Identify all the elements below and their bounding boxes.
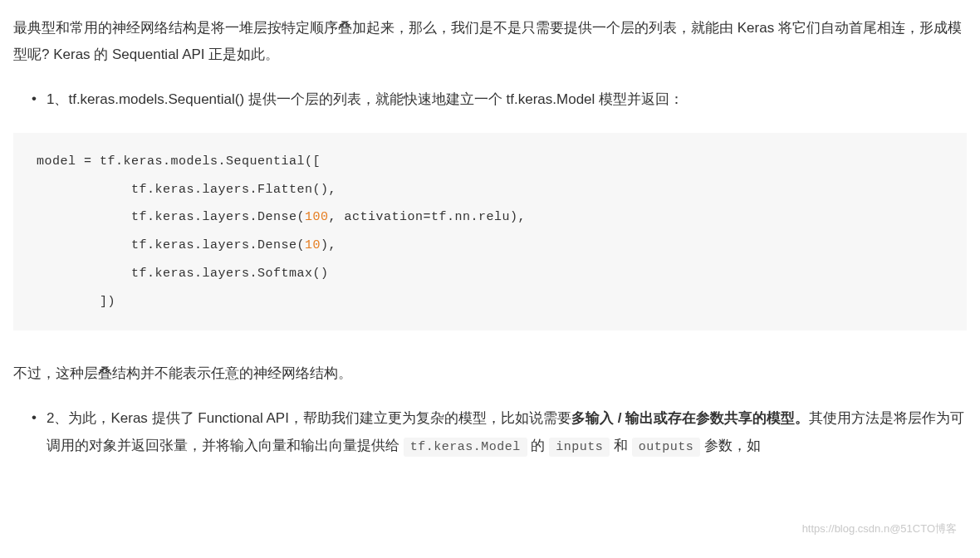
code-line: model = tf.keras.models.Sequential([: [37, 154, 321, 169]
inline-code: inputs: [549, 438, 610, 457]
code-number: 100: [305, 210, 329, 224]
inline-code: outputs: [632, 438, 701, 457]
watermark-text: https://blog.csdn.n@51CTO博客: [802, 519, 957, 540]
list-item-text: 1、tf.keras.models.Sequential() 提供一个层的列表，…: [47, 91, 684, 107]
code-line: tf.keras.layers.Dense(10),: [37, 238, 336, 252]
bullet-list-1: 1、tf.keras.models.Sequential() 提供一个层的列表，…: [13, 86, 967, 113]
inline-code: tf.keras.Model: [404, 438, 527, 457]
bullet-list-2: 2、为此，Keras 提供了 Functional API，帮助我们建立更为复杂…: [13, 404, 967, 460]
code-line: tf.keras.layers.Flatten(),: [37, 183, 336, 197]
code-block: model = tf.keras.models.Sequential([ tf.…: [13, 133, 967, 331]
list-item: 1、tf.keras.models.Sequential() 提供一个层的列表，…: [13, 86, 967, 113]
code-line: tf.keras.layers.Dense(100, activation=tf…: [37, 210, 526, 224]
code-number: 10: [305, 238, 321, 252]
code-line: ]): [37, 295, 115, 309]
code-line: tf.keras.layers.Softmax(): [37, 267, 329, 281]
middle-paragraph: 不过，这种层叠结构并不能表示任意的神经网络结构。: [13, 360, 967, 387]
intro-paragraph: 最典型和常用的神经网络结构是将一堆层按特定顺序叠加起来，那么，我们是不是只需要提…: [13, 15, 967, 69]
list-item-text: 2、为此，Keras 提供了 Functional API，帮助我们建立更为复杂…: [47, 410, 964, 453]
bold-text: 多输入 / 输出或存在参数共享的模型。: [571, 410, 809, 426]
list-item: 2、为此，Keras 提供了 Functional API，帮助我们建立更为复杂…: [13, 404, 967, 460]
